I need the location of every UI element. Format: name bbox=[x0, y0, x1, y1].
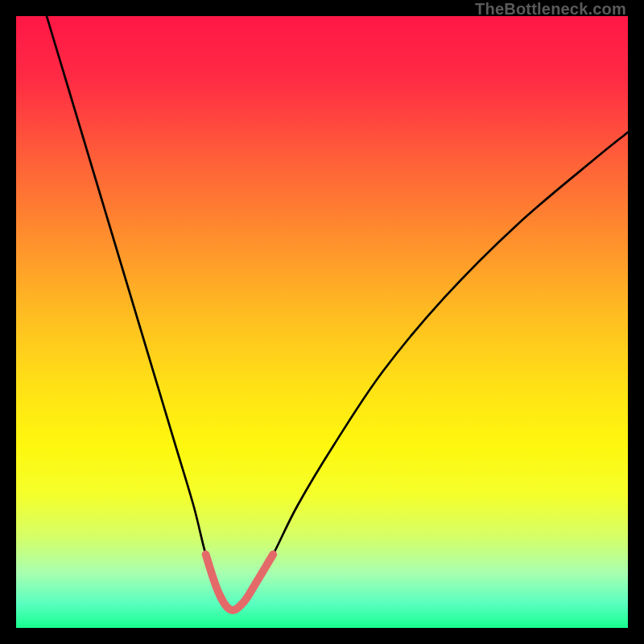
chart-stage: TheBottleneck.com bbox=[0, 0, 644, 644]
bottleneck-curve bbox=[16, 16, 628, 628]
watermark-text: TheBottleneck.com bbox=[475, 0, 626, 19]
plot-area bbox=[16, 16, 628, 628]
